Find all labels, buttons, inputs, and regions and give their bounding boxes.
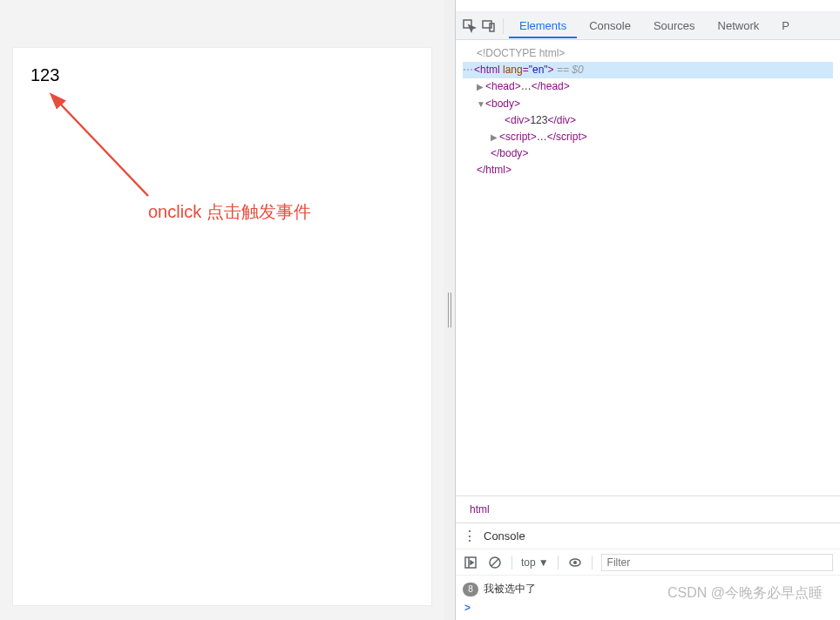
tab-console[interactable]: Console <box>579 13 641 38</box>
dom-html-close[interactable]: </html> <box>463 162 833 179</box>
dom-script[interactable]: ▶<script>…</script> <box>463 129 833 145</box>
console-filter-input[interactable] <box>601 554 833 571</box>
console-sidebar-icon[interactable] <box>463 555 478 570</box>
devtools-panel: Elements Console Sources Network P <!DOC… <box>455 0 840 620</box>
separator <box>511 556 512 569</box>
drawer-header: ⋮ Console <box>456 523 840 549</box>
dom-doctype[interactable]: <!DOCTYPE html> <box>463 45 833 62</box>
browser-page-area: 123 onclick 点击触发事件 <box>0 0 444 620</box>
svg-line-7 <box>491 559 498 566</box>
chevron-down-icon: ▼ <box>539 556 549 569</box>
dom-breadcrumb[interactable]: html <box>456 495 840 522</box>
message-text: 我被选中了 <box>484 582 536 596</box>
devtools-tabbar: Elements Console Sources Network P <box>456 12 840 40</box>
dom-div[interactable]: <div>123</div> <box>463 112 833 129</box>
page-content[interactable]: 123 onclick 点击触发事件 <box>13 48 431 605</box>
separator <box>592 556 593 569</box>
dom-body-open[interactable]: ▼<body> <box>463 96 833 112</box>
console-toolbar: top ▼ <box>456 549 840 576</box>
dom-html-open[interactable]: ⋯<html lang="en"> == $0 <box>463 62 833 78</box>
tab-sources[interactable]: Sources <box>643 13 706 38</box>
annotation-arrow <box>48 91 170 213</box>
devtools-banner <box>456 0 840 12</box>
elements-tree[interactable]: <!DOCTYPE html> ⋯<html lang="en"> == $0 … <box>456 40 840 495</box>
tab-network[interactable]: Network <box>708 13 770 38</box>
console-output[interactable]: 8 我被选中了 > <box>456 576 840 620</box>
svg-point-9 <box>573 561 577 564</box>
console-prompt[interactable]: > <box>463 599 833 617</box>
svg-line-0 <box>58 102 148 196</box>
device-toggle-icon[interactable] <box>480 17 498 35</box>
separator <box>503 18 504 34</box>
drawer-title[interactable]: Console <box>484 529 525 542</box>
drawer-menu-icon[interactable]: ⋮ <box>463 528 477 544</box>
dom-body-close[interactable]: </body> <box>463 145 833 162</box>
separator <box>558 556 559 569</box>
clear-console-icon[interactable] <box>487 555 503 570</box>
tab-more[interactable]: P <box>771 13 800 38</box>
console-message[interactable]: 8 我被选中了 <box>463 579 833 599</box>
live-expression-icon[interactable] <box>567 555 583 570</box>
console-context-select[interactable]: top ▼ <box>521 556 549 569</box>
tab-elements[interactable]: Elements <box>509 13 577 38</box>
dom-head[interactable]: ▶<head>…</head> <box>463 78 833 95</box>
console-drawer: ⋮ Console top ▼ <box>456 522 840 620</box>
annotation-label: onclick 点击触发事件 <box>148 200 311 224</box>
breadcrumb-html[interactable]: html <box>464 502 495 517</box>
inspect-icon[interactable] <box>461 17 478 35</box>
message-count-badge: 8 <box>463 583 478 596</box>
page-div-123[interactable]: 123 <box>30 65 414 85</box>
panel-resize-divider[interactable] <box>444 0 455 620</box>
